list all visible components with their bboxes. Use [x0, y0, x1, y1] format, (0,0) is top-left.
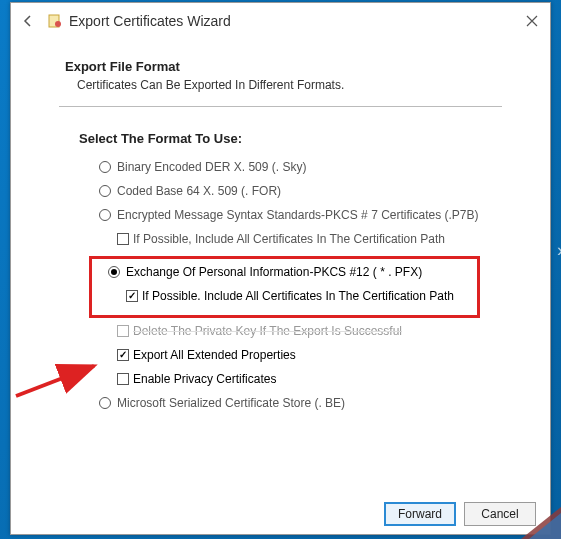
- divider: [59, 106, 502, 107]
- radio-label-ms-store: Microsoft Serialized Certificate Store (…: [117, 396, 345, 410]
- wizard-dialog: Export Certificates Wizard Export File F…: [10, 2, 551, 535]
- cancel-button[interactable]: Cancel: [464, 502, 536, 526]
- certificate-icon: [47, 13, 63, 29]
- checkbox-icon: [117, 349, 129, 361]
- check-label-export-extended: Export All Extended Properties: [133, 348, 296, 362]
- format-prompt: Select The Format To Use:: [79, 131, 520, 146]
- radio-ms-store[interactable]: Microsoft Serialized Certificate Store (…: [99, 396, 520, 410]
- check-delete-key[interactable]: Delete The Private Key If The Export Is …: [117, 324, 520, 338]
- page-subheading: Certificates Can Be Exported In Differen…: [77, 78, 520, 92]
- checkbox-icon: [117, 325, 129, 337]
- check-pkcs12-chain[interactable]: If Possible. Include All Certificates In…: [126, 289, 471, 303]
- radio-icon: [108, 266, 120, 278]
- back-button[interactable]: [19, 12, 37, 30]
- checkbox-icon: [117, 373, 129, 385]
- check-label-delete-key: Delete The Private Key If The Export Is …: [133, 324, 402, 338]
- format-options: Binary Encoded DER X. 509 (. Sky) Coded …: [99, 160, 520, 410]
- radio-label-base64: Coded Base 64 X. 509 (. FOR): [117, 184, 281, 198]
- close-icon: [526, 15, 538, 27]
- radio-base64[interactable]: Coded Base 64 X. 509 (. FOR): [99, 184, 520, 198]
- check-enable-privacy[interactable]: Enable Privacy Certificates: [117, 372, 520, 386]
- check-pkcs7-chain[interactable]: If Possible, Include All Certificates In…: [117, 232, 520, 246]
- radio-der[interactable]: Binary Encoded DER X. 509 (. Sky): [99, 160, 520, 174]
- radio-icon: [99, 397, 111, 409]
- highlight-annotation: Exchange Of Personal Information-PKCS #1…: [89, 256, 480, 318]
- side-chevron-icon: ›: [557, 240, 561, 261]
- radio-label-pkcs12: Exchange Of Personal Information-PKCS #1…: [126, 265, 422, 279]
- titlebar: Export Certificates Wizard: [11, 3, 550, 39]
- content-area: Export File Format Certificates Can Be E…: [11, 39, 550, 410]
- svg-point-1: [55, 21, 61, 27]
- radio-pkcs7[interactable]: Encrypted Message Syntax Standards-PKCS …: [99, 208, 520, 222]
- check-label-enable-privacy: Enable Privacy Certificates: [133, 372, 276, 386]
- radio-label-pkcs7: Encrypted Message Syntax Standards-PKCS …: [117, 208, 479, 222]
- radio-label-der: Binary Encoded DER X. 509 (. Sky): [117, 160, 306, 174]
- checkbox-icon: [117, 233, 129, 245]
- forward-button[interactable]: Forward: [384, 502, 456, 526]
- check-label-pkcs12-chain: If Possible. Include All Certificates In…: [142, 289, 454, 303]
- radio-pkcs12[interactable]: Exchange Of Personal Information-PKCS #1…: [108, 265, 471, 279]
- page-heading: Export File Format: [65, 59, 520, 74]
- radio-icon: [99, 161, 111, 173]
- radio-icon: [99, 209, 111, 221]
- back-arrow-icon: [20, 13, 36, 29]
- radio-icon: [99, 185, 111, 197]
- footer-buttons: Forward Cancel: [384, 502, 536, 526]
- window-title: Export Certificates Wizard: [69, 13, 231, 29]
- check-label-pkcs7-chain: If Possible, Include All Certificates In…: [133, 232, 445, 246]
- check-export-extended[interactable]: Export All Extended Properties: [117, 348, 520, 362]
- close-button[interactable]: [522, 11, 542, 31]
- checkbox-icon: [126, 290, 138, 302]
